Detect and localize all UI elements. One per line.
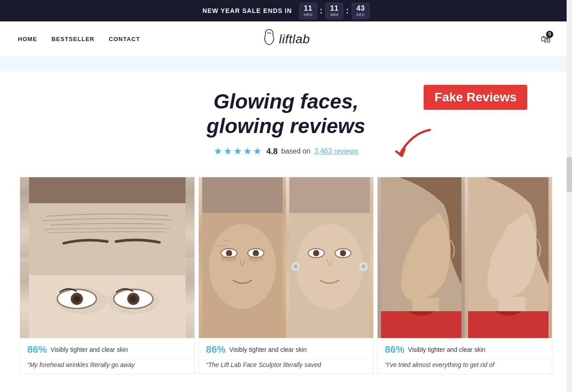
product-images-3 (378, 177, 552, 338)
product-images-1 (20, 177, 194, 338)
svg-point-20 (221, 255, 237, 262)
minutes-block: 11 MIN (325, 3, 343, 19)
seconds-value: 43 (356, 5, 365, 12)
cart-badge: 0 (546, 31, 553, 38)
stat-text-3: Visibly tighter and clear skin (408, 346, 485, 353)
minutes-label: MIN (330, 13, 338, 17)
hours-block: 11 HRS (299, 3, 317, 19)
stat-percent-3: 86% (385, 344, 404, 355)
nav-home[interactable]: HOME (18, 36, 37, 42)
nav-logo[interactable]: liftlab (262, 29, 310, 50)
hours-label: HRS (303, 13, 312, 17)
side-profile-before-image (378, 177, 465, 338)
svg-point-17 (226, 250, 232, 256)
forehead-before-image (20, 177, 194, 258)
seconds-label: SEC (356, 13, 365, 17)
hero-section: Fake Reviews Glowing faces, glowing revi… (0, 71, 572, 166)
svg-point-21 (248, 255, 264, 262)
eye-after-image (20, 258, 194, 338)
star-icons: ★★★★★ (214, 146, 263, 157)
rating-link[interactable]: 3,463 reviews (314, 147, 358, 155)
face-after-image (286, 177, 373, 338)
sep-2: : (345, 6, 350, 16)
logo-icon (262, 29, 276, 50)
stat-text-2: Visibly tighter and clear skin (229, 346, 307, 353)
nav-cart: 🛍 0 (537, 30, 554, 49)
svg-rect-4 (29, 258, 185, 275)
svg-rect-23 (290, 177, 370, 213)
scrollbar-track[interactable] (567, 0, 572, 376)
product-card-1: 86% Visibly tighter and clear skin “My f… (20, 177, 195, 374)
product-images-2 (199, 177, 373, 338)
svg-point-28 (340, 250, 346, 256)
countdown-timer: 11 HRS : 11 MIN : 43 SEC (299, 3, 370, 19)
side-profile-after-image (465, 177, 552, 338)
svg-rect-14 (202, 177, 283, 213)
rating-row: ★★★★★ 4.8 based on 3,463 reviews (9, 146, 563, 157)
hero-title-line2: glowing reviews (206, 114, 365, 138)
svg-point-32 (362, 264, 366, 269)
svg-point-30 (294, 264, 298, 269)
seconds-block: 43 SEC (352, 3, 370, 19)
product-stats-2: 86% Visibly tighter and clear skin (199, 338, 373, 359)
product-stats-3: 86% Visibly tighter and clear skin (378, 338, 552, 359)
hero-title: Glowing faces, glowing reviews (174, 89, 398, 138)
sale-text: NEW YEAR SALE ENDS IN (202, 7, 292, 14)
nav-links: HOME BESTSELLER CONTACT (18, 36, 140, 42)
sep-1: : (319, 6, 324, 16)
sub-banner (0, 57, 572, 71)
cart-button[interactable]: 🛍 0 (537, 30, 554, 49)
scrollbar-thumb[interactable] (567, 157, 572, 192)
rating-number: 4.8 (266, 147, 278, 156)
svg-point-24 (296, 224, 363, 309)
svg-point-12 (130, 296, 137, 303)
arrow-annotation (389, 125, 433, 163)
hours-value: 11 (304, 5, 312, 12)
navbar: HOME BESTSELLER CONTACT liftlab 🛍 0 (0, 21, 572, 57)
product-quote-3: “I’ve tried almost everything to get rid… (378, 359, 552, 374)
product-stats-1: 86% Visibly tighter and clear skin (20, 338, 194, 359)
svg-point-19 (253, 250, 259, 256)
stat-percent-2: 86% (206, 344, 226, 355)
face-before-image (199, 177, 286, 338)
product-card-2: 86% Visibly tighter and clear skin “The … (198, 177, 374, 374)
logo-text: liftlab (279, 32, 310, 46)
product-card-3: 86% Visibly tighter and clear skin “I’ve… (377, 177, 552, 374)
svg-point-15 (209, 224, 276, 309)
svg-point-9 (73, 296, 80, 303)
svg-rect-1 (29, 177, 185, 203)
svg-point-26 (313, 250, 320, 256)
stat-percent-1: 86% (27, 344, 47, 355)
products-grid: 86% Visibly tighter and clear skin “My f… (0, 166, 572, 376)
minutes-value: 11 (330, 5, 339, 12)
sale-banner: NEW YEAR SALE ENDS IN 11 HRS : 11 MIN : … (0, 0, 572, 21)
hero-title-line1: Glowing faces, (214, 90, 359, 113)
nav-contact[interactable]: CONTACT (109, 36, 140, 42)
svg-rect-2 (29, 204, 185, 258)
product-quote-1: “My forehead wrinkles literally go away (20, 359, 194, 374)
fake-reviews-badge: Fake Reviews (424, 85, 527, 110)
nav-bestseller[interactable]: BESTSELLER (51, 36, 94, 42)
product-quote-2: “The Lift Lab Face Sculptor literally sa… (199, 359, 373, 374)
rating-base-text: based on (281, 147, 311, 155)
stat-text-1: Visibly tighter and clear skin (50, 346, 128, 353)
